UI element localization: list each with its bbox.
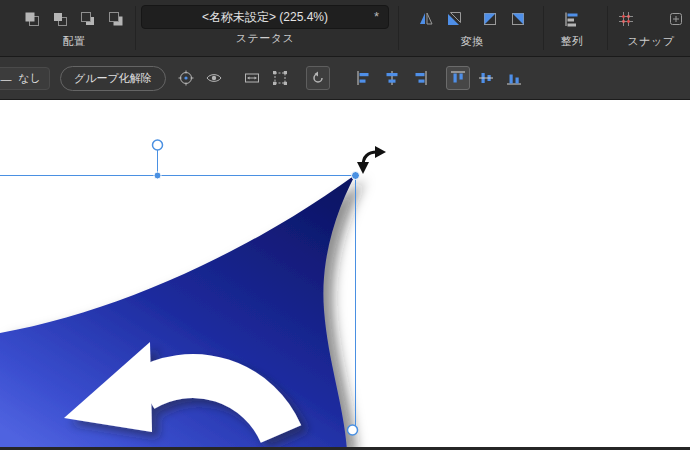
status-group: <名称未設定> (225.4%) * ステータス: [140, 0, 390, 46]
align-group: 整列: [548, 0, 596, 49]
stroke-style-value: なし: [18, 71, 41, 86]
align-center-horizontal-icon[interactable]: [380, 66, 404, 90]
toolbar-separator: [607, 6, 608, 50]
align-left-icon[interactable]: [352, 66, 376, 90]
show-selection-icon[interactable]: [202, 66, 226, 90]
rotate-counterclockwise-icon[interactable]: [478, 7, 502, 31]
snapping-options-icon[interactable]: [664, 7, 688, 31]
align-right-icon[interactable]: [408, 66, 432, 90]
rotation-handle[interactable]: [153, 140, 163, 150]
canvas-artwork: [0, 100, 690, 450]
snapping-grid-icon[interactable]: [614, 7, 638, 31]
transform-bounds-icon[interactable]: [268, 66, 292, 90]
transform-group-label: 変換: [461, 34, 484, 49]
align-top-icon[interactable]: [446, 66, 470, 90]
snap-group-label: スナップ: [627, 34, 674, 49]
view-options-icons: [174, 66, 334, 90]
snap-group: スナップ: [612, 0, 690, 49]
status-group-label: ステータス: [236, 31, 295, 46]
corner-handle[interactable]: [352, 172, 360, 180]
flip-horizontal-icon[interactable]: [414, 7, 438, 31]
stroke-style-dropdown[interactable]: — なし: [0, 67, 50, 90]
move-backward-icon[interactable]: [76, 7, 100, 31]
main-toolbar: 配置 <名称未設定> (225.4%) * ステータス 変換: [0, 0, 690, 57]
top-mid-handle[interactable]: [154, 172, 161, 179]
scale-horizontal-icon[interactable]: [240, 66, 264, 90]
document-title-dropdown[interactable]: <名称未設定> (225.4%) *: [141, 5, 389, 29]
context-toolbar: — なし グループ化解除: [0, 57, 690, 100]
flip-vertical-icon[interactable]: [442, 7, 466, 31]
rotate-cursor-icon: [357, 146, 386, 174]
align-middle-vertical-icon[interactable]: [474, 66, 498, 90]
toolbar-separator: [135, 6, 136, 50]
arrange-group-label: 配置: [63, 34, 86, 49]
alignment-icons: [352, 66, 530, 90]
move-forward-icon[interactable]: [48, 7, 72, 31]
arrange-group: 配置: [18, 0, 130, 49]
transform-group: 変換: [404, 0, 540, 49]
alignment-options-icon[interactable]: [560, 7, 584, 31]
blue-swoosh-shape[interactable]: [0, 175, 355, 450]
align-group-label: 整列: [561, 34, 584, 49]
rotate-clockwise-icon[interactable]: [506, 7, 530, 31]
toolbar-separator: [398, 6, 399, 50]
toolbar-separator: [543, 6, 544, 50]
align-bottom-icon[interactable]: [502, 66, 526, 90]
cycle-selection-box-icon[interactable]: [306, 66, 330, 90]
canvas[interactable]: [0, 100, 690, 450]
ungroup-button[interactable]: グループ化解除: [60, 66, 166, 91]
document-title: <名称未設定> (225.4%): [202, 9, 328, 26]
move-to-back-icon[interactable]: [104, 7, 128, 31]
modified-indicator: *: [374, 9, 379, 24]
move-to-front-icon[interactable]: [20, 7, 44, 31]
bottom-handle[interactable]: [348, 425, 358, 435]
snap-to-center-icon[interactable]: [174, 66, 198, 90]
stroke-style-preview: —: [0, 73, 11, 85]
